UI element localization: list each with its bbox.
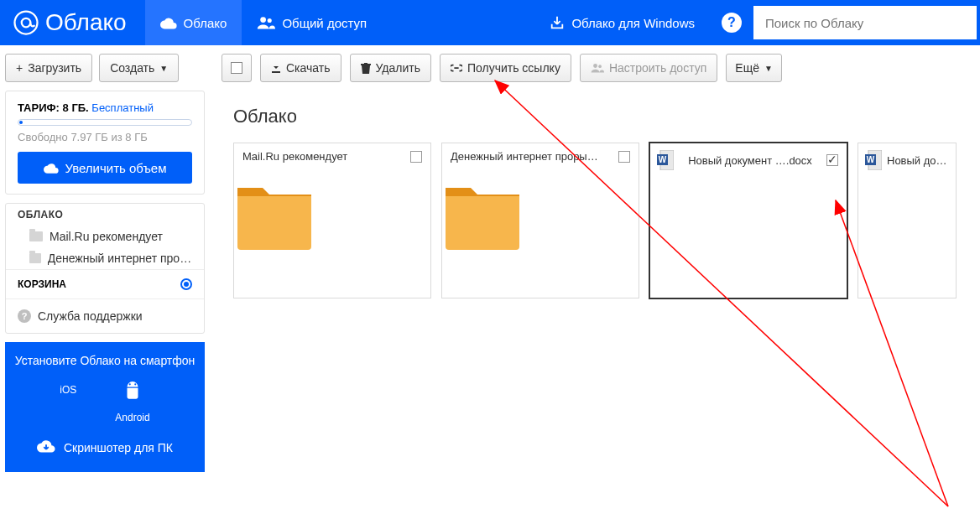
delete-button[interactable]: Удалить	[350, 54, 431, 82]
nav-windows-label: Облако для Windows	[571, 16, 695, 30]
logo[interactable]: Облако	[0, 0, 145, 45]
expand-label: Увеличить объем	[65, 161, 167, 175]
nav-windows[interactable]: Облако для Windows	[534, 15, 710, 30]
search	[753, 0, 980, 45]
trash-row[interactable]: КОРЗИНА	[6, 270, 204, 298]
delete-label: Удалить	[376, 61, 420, 75]
svg-text:W: W	[659, 155, 667, 164]
svg-point-5	[134, 383, 136, 385]
word-icon: W	[865, 150, 882, 170]
create-label: Создать	[110, 61, 154, 75]
people-icon	[257, 16, 275, 29]
people-icon	[591, 63, 604, 73]
tile-checkbox[interactable]	[410, 151, 422, 163]
promo-title: Установите Облако на смартфон	[13, 354, 196, 367]
svg-point-2	[261, 17, 267, 23]
word-icon: W	[657, 150, 674, 170]
download-box-icon	[550, 15, 565, 30]
tile-name: Денежный интернет проры…	[451, 150, 598, 163]
select-all-button[interactable]	[222, 54, 252, 82]
promo-screenshoter[interactable]: Скриншотер для ПК	[13, 439, 196, 457]
upload-button[interactable]: +Загрузить	[5, 54, 92, 82]
at-icon	[13, 10, 39, 35]
tile-name: Mail.Ru рекомендует	[242, 150, 347, 163]
support-link[interactable]: ? Служба поддержки	[6, 299, 204, 333]
svg-point-4	[129, 383, 131, 385]
tree-item-label: Денежный интернет прорыв …	[48, 252, 192, 265]
nav: Облако Общий доступ	[145, 0, 383, 45]
promo-android-label: Android	[115, 412, 149, 423]
tile-name: Новый докумен	[887, 154, 947, 167]
expand-storage-button[interactable]: Увеличить объем	[18, 152, 192, 184]
nav-cloud[interactable]: Облако	[145, 0, 242, 45]
tile-name: Новый документ ….docx	[688, 154, 812, 167]
radio-icon	[180, 278, 192, 290]
folder-icon	[29, 231, 43, 241]
svg-point-1	[22, 18, 31, 28]
folder-icon	[234, 183, 315, 250]
tree-item-recommend[interactable]: Mail.Ru рекомендует	[6, 226, 204, 247]
link-icon	[451, 63, 462, 73]
folder-icon	[442, 183, 523, 250]
trash-icon	[361, 63, 371, 74]
download-label: Скачать	[286, 61, 331, 75]
promo-card: Установите Облако на смартфон iOS Androi…	[5, 342, 205, 472]
promo-ios-label: iOS	[60, 384, 76, 396]
more-button[interactable]: Ещё▼	[726, 54, 782, 82]
more-label: Ещё	[735, 61, 759, 75]
cloud-icon	[160, 16, 177, 29]
tile-document[interactable]: W Новый докумен	[858, 143, 957, 298]
chevron-down-icon: ▼	[764, 64, 773, 73]
access-label: Настроить доступ	[609, 61, 706, 75]
cloud-icon	[44, 162, 59, 174]
svg-point-6	[593, 64, 597, 68]
app-header: Облако Облако Общий доступ Облако для Wi…	[0, 0, 980, 45]
support-label: Служба поддержки	[38, 309, 143, 323]
tile-checkbox[interactable]	[826, 154, 838, 166]
tree-card: ОБЛАКО Mail.Ru рекомендует Денежный инте…	[5, 203, 205, 334]
tariff-card: ТАРИФ: 8 ГБ. Бесплатный Свободно 7.97 ГБ…	[5, 91, 205, 195]
tree-heading: ОБЛАКО	[6, 204, 204, 226]
storage-free-text: Свободно 7.97 ГБ из 8 ГБ	[18, 131, 192, 143]
tile-folder[interactable]: Mail.Ru рекомендует	[233, 143, 431, 298]
trash-label: КОРЗИНА	[18, 278, 66, 290]
search-input[interactable]	[753, 6, 977, 39]
getlink-button[interactable]: Получить ссылку	[440, 54, 571, 82]
svg-point-0	[15, 12, 38, 34]
upload-label: Загрузить	[28, 61, 81, 75]
access-button[interactable]: Настроить доступ	[580, 54, 717, 82]
getlink-label: Получить ссылку	[467, 61, 560, 75]
toolbar: Скачать Удалить Получить ссылку Настроит…	[222, 54, 980, 82]
tile-folder[interactable]: Денежный интернет проры…	[441, 143, 639, 298]
storage-progress	[18, 119, 192, 126]
sidebar: +Загрузить Создать▼ ТАРИФ: 8 ГБ. Бесплат…	[0, 45, 210, 519]
tree-item-money[interactable]: Денежный интернет прорыв …	[6, 247, 204, 269]
tariff-line: ТАРИФ: 8 ГБ. Бесплатный	[18, 101, 192, 114]
tariff-label: ТАРИФ: 8 ГБ.	[18, 101, 89, 114]
logo-text: Облако	[45, 9, 127, 36]
download-icon	[271, 63, 281, 73]
file-grid: Mail.Ru рекомендует Денежный интернет пр…	[222, 143, 980, 298]
tile-document[interactable]: W Новый документ ….docx	[649, 143, 847, 298]
promo-android[interactable]: Android	[115, 381, 149, 423]
nav-cloud-label: Облако	[184, 16, 227, 30]
main: Скачать Удалить Получить ссылку Настроит…	[210, 45, 980, 519]
promo-shot-label: Скриншотер для ПК	[64, 441, 173, 454]
download-button[interactable]: Скачать	[260, 54, 341, 82]
tile-checkbox[interactable]	[618, 151, 630, 163]
checkbox-icon	[231, 62, 242, 74]
svg-point-3	[268, 18, 272, 23]
help-button[interactable]: ?	[722, 13, 742, 33]
svg-text:W: W	[867, 155, 875, 164]
page-title: Облако	[233, 106, 980, 127]
create-button[interactable]: Создать▼	[99, 54, 179, 82]
android-icon	[115, 381, 149, 408]
folder-icon	[29, 253, 41, 263]
svg-point-7	[598, 65, 602, 68]
tariff-plan-link[interactable]: Бесплатный	[91, 101, 154, 114]
tree-item-label: Mail.Ru рекомендует	[50, 230, 163, 243]
nav-share[interactable]: Общий доступ	[242, 0, 382, 45]
nav-right: Облако для Windows ?	[534, 0, 980, 45]
promo-ios[interactable]: iOS	[60, 381, 76, 423]
question-icon: ?	[18, 309, 31, 323]
